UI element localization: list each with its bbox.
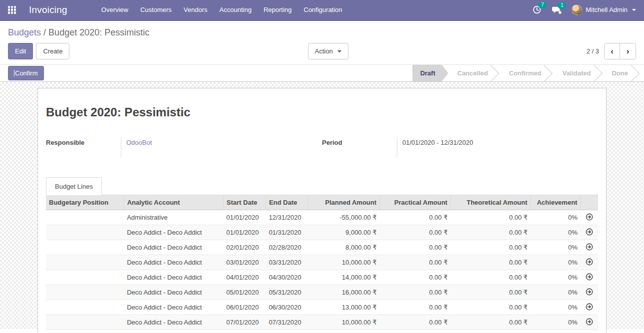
- cell-analytic-account: Deco Addict - Deco Addict: [124, 225, 223, 240]
- table-row[interactable]: Deco Addict - Deco Addict 05/01/2020 05/…: [46, 285, 598, 300]
- field-group: Responsible OdooBot Period 01/01/2020 - …: [46, 137, 598, 157]
- responsible-value-link[interactable]: OdooBot: [126, 139, 152, 146]
- column-header-achievement[interactable]: Achievement: [531, 195, 581, 210]
- pager-next-button[interactable]: ›: [620, 43, 636, 59]
- menu-item-customers[interactable]: Customers: [135, 0, 177, 20]
- pager-previous-button[interactable]: ‹: [605, 43, 620, 59]
- cell-theoretical-amount: 0.00 ₹: [451, 315, 531, 330]
- open-record-button[interactable]: [586, 273, 593, 281]
- notebook-tabs: Budget Lines: [46, 177, 598, 195]
- tab-budget-lines[interactable]: Budget Lines: [46, 177, 102, 195]
- table-row[interactable]: Deco Addict - Deco Addict 07/01/2020 07/…: [46, 315, 598, 330]
- cell-theoretical-amount: 0.00 ₹: [451, 300, 531, 315]
- confirm-label: Confirm: [15, 69, 38, 77]
- period-label: Period: [322, 137, 397, 157]
- cell-planned-amount: -55,000.00 ₹: [308, 210, 379, 225]
- menu-item-configuration[interactable]: Configuration: [299, 0, 347, 20]
- cell-practical-amount: 0.00 ₹: [380, 330, 451, 333]
- breadcrumb: Budgets / Budget 2020: Pessimistic: [0, 21, 644, 39]
- status-step-draft[interactable]: Draft: [412, 65, 448, 81]
- table-row[interactable]: Deco Addict - Deco Addict 04/01/2020 04/…: [46, 270, 598, 285]
- cell-budgetary-position: [46, 330, 124, 333]
- arrow-circle-right-icon: [586, 303, 593, 311]
- table-row[interactable]: Deco Addict - Deco Addict 08/01/2020 08/…: [46, 330, 598, 333]
- activity-badge: 7: [538, 1, 547, 8]
- cell-start-date: 01/01/2020: [223, 225, 266, 240]
- breadcrumb-parent-link[interactable]: Budgets: [8, 27, 41, 37]
- budget-lines-table: Budgetary PositionAnalytic AccountStart …: [46, 195, 598, 333]
- table-row[interactable]: Deco Addict - Deco Addict 06/01/2020 06/…: [46, 300, 598, 315]
- menu-item-accounting[interactable]: Accounting: [215, 0, 257, 20]
- column-header-start-date[interactable]: Start Date: [223, 195, 266, 210]
- create-button[interactable]: Create: [36, 43, 69, 59]
- cell-end-date: 07/31/2020: [266, 315, 308, 330]
- status-step-done[interactable]: Done: [603, 65, 641, 81]
- column-header-analytic-account[interactable]: Analytic Account: [124, 195, 223, 210]
- cell-theoretical-amount: 0.00 ₹: [451, 240, 531, 255]
- open-record-button[interactable]: [586, 288, 593, 296]
- confirm-button[interactable]: Confirm: [8, 66, 44, 80]
- status-step-cancelled[interactable]: Cancelled: [448, 65, 500, 81]
- menu-item-vendors[interactable]: Vendors: [179, 0, 213, 20]
- cell-budgetary-position: [46, 285, 124, 300]
- cell-achievement: 0%: [531, 300, 581, 315]
- arrow-circle-right-icon: [586, 273, 593, 281]
- column-header-end-date[interactable]: End Date: [266, 195, 308, 210]
- open-record-button[interactable]: [586, 213, 593, 221]
- status-step-confirmed[interactable]: Confirmed: [500, 65, 553, 81]
- cell-achievement: 0%: [531, 240, 581, 255]
- messages-menu[interactable]: 1: [552, 5, 562, 14]
- cell-achievement: 0%: [531, 330, 581, 333]
- open-record-button[interactable]: [586, 303, 593, 311]
- cell-practical-amount: 0.00 ₹: [380, 225, 451, 240]
- column-header-theoretical-amount[interactable]: Theoretical Amount: [451, 195, 531, 210]
- cell-budgetary-position: [46, 255, 124, 270]
- status-step-validated[interactable]: Validated: [553, 65, 603, 81]
- cell-end-date: 06/30/2020: [266, 300, 308, 315]
- cell-theoretical-amount: 0.00 ₹: [451, 255, 531, 270]
- cell-analytic-account: Deco Addict - Deco Addict: [124, 270, 223, 285]
- cell-budgetary-position: [46, 210, 124, 225]
- activity-menu[interactable]: 7: [532, 5, 542, 14]
- edit-button[interactable]: Edit: [8, 43, 33, 59]
- table-row[interactable]: Deco Addict - Deco Addict 01/01/2020 01/…: [46, 225, 598, 240]
- open-record-button[interactable]: [586, 318, 593, 326]
- column-header-planned-amount[interactable]: Planned Amount: [308, 195, 379, 210]
- action-dropdown-button[interactable]: Action: [308, 43, 348, 59]
- cell-analytic-account: Administrative: [124, 210, 223, 225]
- open-record-button[interactable]: [586, 243, 593, 251]
- table-row[interactable]: Deco Addict - Deco Addict 02/01/2020 02/…: [46, 240, 598, 255]
- cell-achievement: 0%: [531, 225, 581, 240]
- app-title[interactable]: Invoicing: [29, 4, 67, 15]
- cell-practical-amount: 0.00 ₹: [380, 240, 451, 255]
- cell-budgetary-position: [46, 240, 124, 255]
- user-menu[interactable]: Mitchell Admin: [572, 4, 636, 15]
- user-name: Mitchell Admin: [586, 6, 628, 13]
- table-row[interactable]: Deco Addict - Deco Addict 03/01/2020 03/…: [46, 255, 598, 270]
- cell-planned-amount: 10,000.00 ₹: [308, 255, 379, 270]
- table-row[interactable]: Administrative 01/01/2020 12/31/2020 -55…: [46, 210, 598, 225]
- cell-planned-amount: 13,000.00 ₹: [308, 300, 379, 315]
- top-menus: OverviewCustomersVendorsAccountingReport…: [96, 0, 347, 20]
- menu-item-overview[interactable]: Overview: [96, 0, 133, 20]
- cell-practical-amount: 0.00 ₹: [380, 255, 451, 270]
- menu-item-reporting[interactable]: Reporting: [259, 0, 297, 20]
- cell-analytic-account: Deco Addict - Deco Addict: [124, 315, 223, 330]
- column-header-practical-amount[interactable]: Practical Amount: [380, 195, 451, 210]
- period-value: 01/01/2020 - 12/31/2020: [397, 137, 473, 157]
- cell-analytic-account: Deco Addict - Deco Addict: [124, 300, 223, 315]
- status-steps: DraftCancelledConfirmedValidatedDone: [412, 65, 644, 81]
- open-record-button[interactable]: [586, 258, 593, 266]
- form-background: Budget 2020: Pessimistic Responsible Odo…: [0, 82, 644, 329]
- cell-end-date: 04/30/2020: [266, 270, 308, 285]
- cell-end-date: 03/31/2020: [266, 255, 308, 270]
- column-header-budgetary-position[interactable]: Budgetary Position: [46, 195, 124, 210]
- apps-grid-icon[interactable]: [8, 6, 16, 14]
- open-record-button[interactable]: [586, 228, 593, 236]
- cell-theoretical-amount: 0.00 ₹: [451, 225, 531, 240]
- cell-achievement: 0%: [531, 285, 581, 300]
- user-avatar: [572, 4, 582, 15]
- table-body: Administrative 01/01/2020 12/31/2020 -55…: [46, 210, 598, 333]
- cell-theoretical-amount: 0.00 ₹: [451, 270, 531, 285]
- cell-planned-amount: 9,000.00 ₹: [308, 225, 379, 240]
